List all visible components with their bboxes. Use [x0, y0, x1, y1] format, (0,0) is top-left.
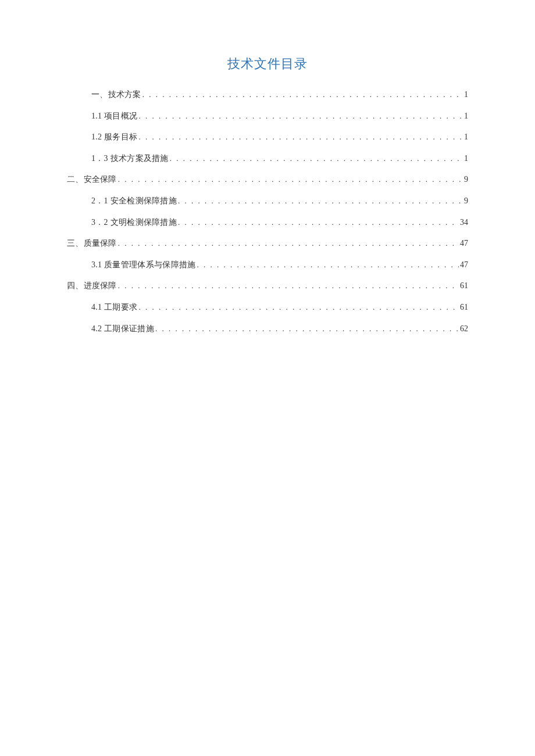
toc-leader	[141, 89, 463, 100]
toc-entry: 4.2 工期保证措施 62	[67, 323, 468, 335]
toc-entry: 4.1 工期要求 61	[67, 302, 468, 313]
toc-page: 1	[463, 110, 468, 122]
toc-page: 61	[459, 302, 468, 313]
toc-label: 4.1 工期要求	[91, 302, 137, 313]
toc-label: 4.2 工期保证措施	[91, 323, 154, 335]
toc-page: 1	[463, 131, 468, 143]
toc-label: 二、安全保障	[67, 174, 117, 185]
toc-entry: 3.1 质量管理体系与保障措施 47	[67, 259, 468, 271]
toc-label: 一、技术方案	[91, 89, 141, 101]
toc-label: 1.2 服务目标	[91, 131, 137, 143]
toc-page: 61	[459, 280, 468, 292]
toc-entry: 一、技术方案 1	[67, 89, 468, 101]
toc-leader	[169, 153, 463, 164]
table-of-contents: 一、技术方案 1 1.1 项目概况 1 1.2 服务目标 1 1．3 技术方案及…	[67, 89, 468, 334]
toc-leader	[117, 238, 459, 249]
toc-label: 三、质量保障	[67, 238, 117, 249]
toc-entry: 四、进度保障 61	[67, 280, 468, 292]
toc-leader	[154, 324, 459, 334]
toc-leader	[177, 217, 459, 228]
toc-leader	[117, 281, 459, 291]
toc-entry: 1．3 技术方案及措施 1	[67, 153, 468, 164]
toc-entry: 1.2 服务目标 1	[67, 131, 468, 143]
toc-page: 1	[463, 153, 468, 164]
toc-leader	[177, 196, 463, 206]
toc-entry: 3．2 文明检测保障措施 34	[67, 217, 468, 228]
toc-label: 1．3 技术方案及措施	[91, 153, 169, 164]
toc-page: 62	[459, 323, 468, 335]
toc-label: 2．1 安全检测保障措施	[91, 195, 177, 207]
toc-label: 3.1 质量管理体系与保障措施	[91, 259, 196, 271]
toc-entry: 2．1 安全检测保障措施 9	[67, 195, 468, 207]
toc-label: 四、进度保障	[67, 280, 117, 292]
toc-entry: 三、质量保障 47	[67, 238, 468, 249]
toc-page: 9	[463, 195, 468, 207]
toc-leader	[137, 132, 463, 142]
toc-page: 1	[463, 89, 468, 101]
toc-page: 34	[459, 217, 468, 228]
toc-page: 47	[459, 238, 468, 249]
toc-entry: 二、安全保障 9	[67, 174, 468, 185]
toc-entry: 1.1 项目概况 1	[67, 110, 468, 122]
toc-leader	[196, 260, 459, 270]
toc-leader	[117, 174, 463, 185]
toc-label: 1.1 项目概况	[91, 110, 137, 122]
toc-leader	[137, 111, 463, 121]
toc-page: 47	[459, 259, 468, 271]
toc-label: 3．2 文明检测保障措施	[91, 217, 177, 228]
document-title: 技术文件目录	[67, 55, 468, 73]
toc-leader	[137, 302, 459, 313]
toc-page: 9	[463, 174, 468, 185]
